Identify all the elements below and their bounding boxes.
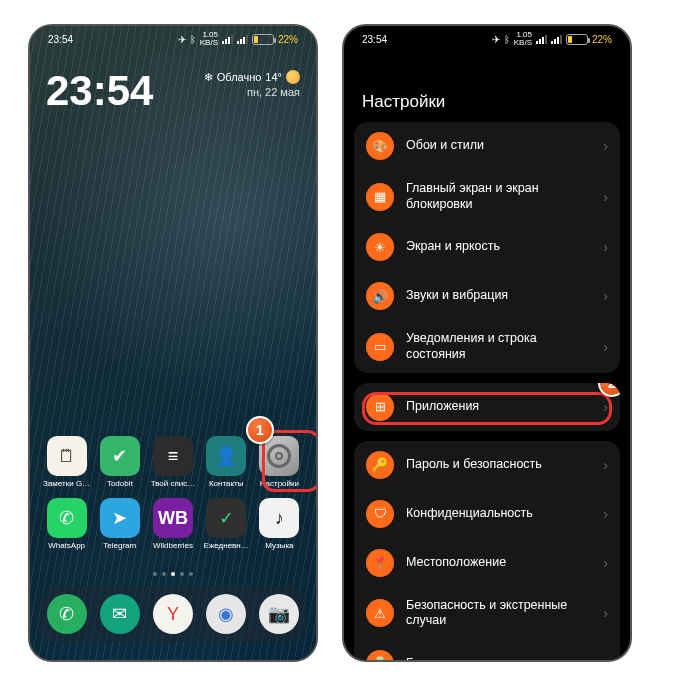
phone-home-screen: 23:54 ✈ ᛒ 1.05KB/S 22% 23:54 ❄ Облачно 1… <box>28 24 318 662</box>
sun-icon <box>286 70 300 84</box>
row-label: Уведомления и строка состояния <box>406 331 591 362</box>
app-grid: 🗒Заметки G…✔Todobit≡Твой спис…👤КонтактыН… <box>30 436 316 550</box>
app-label: WhatsApp <box>48 541 85 550</box>
chevron-right-icon: › <box>603 239 608 255</box>
app-icon: ✆ <box>47 498 87 538</box>
app-label: Музыка <box>265 541 293 550</box>
notifications-icon: ▭ <box>366 333 394 361</box>
phone-settings-screen: 23:54 ✈ ᛒ 1.05KB/S 22% Настройки 🎨Обои и… <box>342 24 632 662</box>
settings-row-notifications[interactable]: ▭Уведомления и строка состояния› <box>354 320 620 372</box>
app-icon: ✓ <box>206 498 246 538</box>
chevron-right-icon: › <box>603 605 608 621</box>
weather-widget[interactable]: ❄ Облачно 14° пн, 22 мая <box>204 70 300 98</box>
settings-group-security: 🔑Пароль и безопасность›🛡Конфиденциальнос… <box>354 441 620 661</box>
emergency-icon: ⚠ <box>366 599 394 627</box>
home-lock-icon: ▦ <box>366 183 394 211</box>
settings-row-emergency[interactable]: ⚠Безопасность и экстренные случаи› <box>354 587 620 639</box>
signal-icon-2 <box>237 35 248 44</box>
chevron-right-icon: › <box>603 506 608 522</box>
password-icon: 🔑 <box>366 451 394 479</box>
page-title: Настройки <box>344 78 630 122</box>
airplane-off-icon: ✈ <box>178 34 186 45</box>
row-label: Обои и стили <box>406 138 591 154</box>
status-bar: 23:54 ✈ ᛒ 1.05KB/S 22% <box>30 26 316 52</box>
dock-browser[interactable]: ◉ <box>206 594 246 634</box>
status-bar: 23:54 ✈ ᛒ 1.05KB/S 22% <box>344 26 630 52</box>
settings-row-privacy[interactable]: 🛡Конфиденциальность› <box>354 489 620 538</box>
settings-group-display: 🎨Обои и стили›▦Главный экран и экран бло… <box>354 122 620 373</box>
app-icon: ✔ <box>100 436 140 476</box>
settings-row-location[interactable]: 📍Местоположение› <box>354 538 620 587</box>
battery-icon: 🔋 <box>366 650 394 660</box>
row-label: Экран и яркость <box>406 239 591 255</box>
dock-yandex[interactable]: Y <box>153 594 193 634</box>
dock-camera[interactable]: 📷 <box>259 594 299 634</box>
app-label: Wildberries <box>153 541 193 550</box>
bluetooth-icon: ᛒ <box>190 34 196 45</box>
chevron-right-icon: › <box>603 288 608 304</box>
battery-percent: 22% <box>592 34 612 45</box>
chevron-right-icon: › <box>603 339 608 355</box>
app-ежедневн…[interactable]: ✓Ежедневн… <box>200 498 253 550</box>
app-твой спис…[interactable]: ≡Твой спис… <box>146 436 199 488</box>
app-todobit[interactable]: ✔Todobit <box>93 436 146 488</box>
row-label: Безопасность и экстренные случаи <box>406 598 591 629</box>
app-label: Заметки G… <box>43 479 90 488</box>
status-time: 23:54 <box>362 34 387 45</box>
app-заметки g…[interactable]: 🗒Заметки G… <box>40 436 93 488</box>
network-speed: 1.05KB/S <box>514 31 532 47</box>
settings-row-display[interactable]: ☀Экран и яркость› <box>354 222 620 271</box>
display-icon: ☀ <box>366 233 394 261</box>
settings-row-home-lock[interactable]: ▦Главный экран и экран блокировки› <box>354 170 620 222</box>
battery-icon <box>252 34 274 45</box>
app-icon: ➤ <box>100 498 140 538</box>
signal-icon <box>222 35 233 44</box>
chevron-right-icon: › <box>603 555 608 571</box>
app-telegram[interactable]: ➤Telegram <box>93 498 146 550</box>
page-indicator[interactable] <box>30 572 316 576</box>
dock-messages[interactable]: ✉ <box>100 594 140 634</box>
airplane-off-icon: ✈ <box>492 34 500 45</box>
weather-text-icon: ❄ <box>204 71 213 84</box>
app-label: Настройки <box>260 479 299 488</box>
location-icon: 📍 <box>366 549 394 577</box>
signal-icon <box>536 35 547 44</box>
row-label: Конфиденциальность <box>406 506 591 522</box>
settings-row-battery[interactable]: 🔋Батарея› <box>354 639 620 660</box>
privacy-icon: 🛡 <box>366 500 394 528</box>
wallpaper-rain <box>30 26 316 660</box>
chevron-right-icon: › <box>603 189 608 205</box>
battery-icon <box>566 34 588 45</box>
weather-date: пн, 22 мая <box>204 86 300 98</box>
bluetooth-icon: ᛒ <box>504 34 510 45</box>
app-whatsapp[interactable]: ✆WhatsApp <box>40 498 93 550</box>
network-speed: 1.05KB/S <box>200 31 218 47</box>
app-контакты[interactable]: 👤Контакты <box>200 436 253 488</box>
highlight-applications-row <box>362 392 612 425</box>
settings-group-apps: ⊞ Приложения › 2 <box>354 383 620 431</box>
settings-row-wallpaper[interactable]: 🎨Обои и стили› <box>354 122 620 170</box>
settings-row-password[interactable]: 🔑Пароль и безопасность› <box>354 441 620 489</box>
battery-percent: 22% <box>278 34 298 45</box>
clock-widget[interactable]: 23:54 <box>46 70 153 112</box>
app-icon: 🗒 <box>47 436 87 476</box>
app-label: Контакты <box>209 479 244 488</box>
status-time: 23:54 <box>48 34 73 45</box>
dock: ✆✉Y◉📷 <box>40 586 306 642</box>
settings-row-sound[interactable]: 🔊Звуки и вибрация› <box>354 271 620 320</box>
app-label: Ежедневн… <box>204 541 249 550</box>
chevron-right-icon: › <box>603 656 608 660</box>
dock-phone[interactable]: ✆ <box>47 594 87 634</box>
row-label: Батарея <box>406 656 591 660</box>
app-label: Telegram <box>103 541 136 550</box>
callout-badge-1: 1 <box>246 416 274 444</box>
app-музыка[interactable]: ♪Музыка <box>253 498 306 550</box>
app-icon: ≡ <box>153 436 193 476</box>
chevron-right-icon: › <box>603 457 608 473</box>
row-label: Пароль и безопасность <box>406 457 591 473</box>
chevron-right-icon: › <box>603 138 608 154</box>
app-icon: ♪ <box>259 498 299 538</box>
row-label: Главный экран и экран блокировки <box>406 181 591 212</box>
app-wildberries[interactable]: WBWildberries <box>146 498 199 550</box>
wallpaper-icon: 🎨 <box>366 132 394 160</box>
